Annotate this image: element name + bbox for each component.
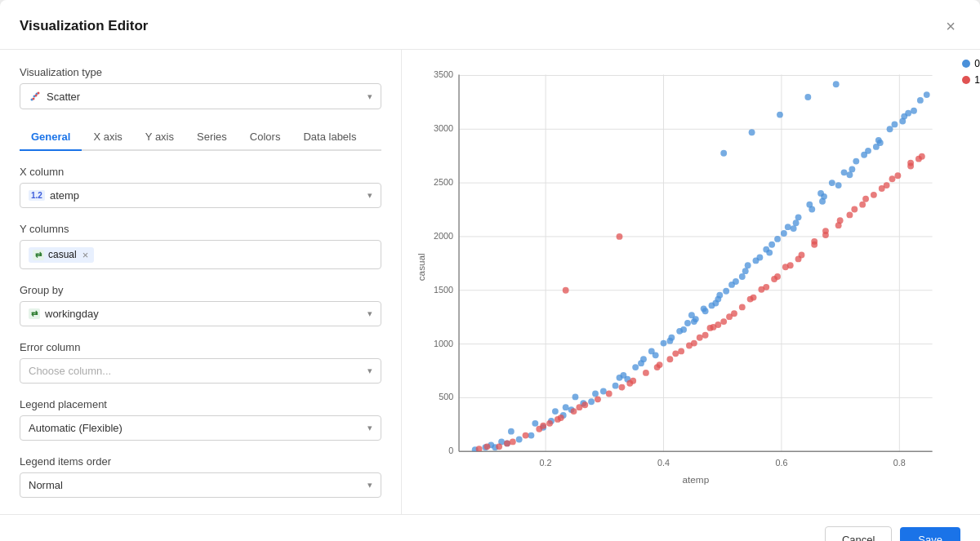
svg-point-185 bbox=[907, 160, 914, 166]
tab-colors[interactable]: Colors bbox=[238, 124, 292, 151]
save-button[interactable]: Save bbox=[900, 527, 960, 541]
visualization-type-select[interactable]: Scatter ▾ bbox=[20, 83, 381, 109]
svg-point-89 bbox=[532, 420, 538, 427]
svg-point-113 bbox=[849, 166, 855, 172]
svg-point-153 bbox=[847, 211, 853, 218]
red-points bbox=[476, 153, 925, 452]
y-columns-label: Y columns bbox=[20, 223, 381, 235]
svg-point-139 bbox=[678, 348, 684, 354]
svg-point-138 bbox=[666, 356, 673, 362]
error-column-field: Error column Choose column... ▾ bbox=[20, 341, 381, 384]
svg-point-81 bbox=[756, 255, 763, 261]
svg-point-114 bbox=[877, 140, 884, 146]
svg-point-82 bbox=[781, 230, 787, 237]
svg-point-123 bbox=[833, 81, 840, 87]
svg-point-132 bbox=[595, 396, 601, 402]
svg-point-85 bbox=[861, 152, 867, 158]
x-column-type-icon: 1.2 bbox=[29, 190, 45, 201]
svg-point-90 bbox=[563, 404, 569, 410]
svg-point-3 bbox=[33, 98, 35, 100]
x-column-label: X column bbox=[20, 166, 381, 178]
svg-point-119 bbox=[720, 150, 727, 157]
legend-item-0: 0 bbox=[962, 58, 980, 69]
svg-point-83 bbox=[808, 206, 815, 213]
legend-placement-label: Legend placement bbox=[20, 398, 381, 410]
svg-point-91 bbox=[592, 391, 599, 397]
svg-text:3000: 3000 bbox=[434, 123, 453, 133]
legend-items-order-chevron: ▾ bbox=[368, 480, 372, 490]
legend-items-order-label: Legend items order bbox=[20, 455, 381, 468]
svg-text:3500: 3500 bbox=[434, 69, 453, 79]
legend-items-order-value: Normal bbox=[29, 479, 63, 491]
svg-point-55 bbox=[723, 288, 729, 295]
svg-point-98 bbox=[766, 250, 773, 256]
svg-point-104 bbox=[924, 91, 930, 98]
tab-yaxis[interactable]: Y axis bbox=[134, 124, 185, 151]
svg-point-155 bbox=[871, 192, 877, 198]
close-button[interactable]: × bbox=[941, 16, 960, 36]
svg-point-80 bbox=[728, 282, 735, 288]
legend-label-0: 0 bbox=[974, 58, 980, 69]
group-by-select[interactable]: ⇄ workingday ▾ bbox=[20, 301, 381, 326]
visualization-editor-dialog: Visualization Editor × Visualization typ… bbox=[0, 0, 980, 541]
svg-point-154 bbox=[859, 202, 866, 208]
svg-point-175 bbox=[672, 350, 679, 357]
x-column-value: atemp bbox=[50, 189, 79, 202]
svg-point-131 bbox=[581, 401, 588, 408]
svg-point-111 bbox=[793, 220, 800, 226]
svg-point-84 bbox=[835, 182, 842, 188]
cancel-button[interactable]: Cancel bbox=[825, 526, 892, 541]
legend-placement-chevron: ▾ bbox=[368, 423, 372, 433]
tab-datalabels[interactable]: Data labels bbox=[292, 124, 368, 151]
legend-placement-select[interactable]: Automatic (Flexible) ▾ bbox=[20, 415, 381, 441]
svg-text:1500: 1500 bbox=[434, 285, 453, 295]
svg-point-95 bbox=[691, 318, 697, 325]
legend-placement-field: Legend placement Automatic (Flexible) ▾ bbox=[20, 398, 381, 441]
error-column-select[interactable]: Choose column... ▾ bbox=[20, 358, 381, 384]
tab-series[interactable]: Series bbox=[185, 124, 238, 151]
svg-point-141 bbox=[702, 332, 709, 339]
svg-point-87 bbox=[917, 97, 924, 104]
svg-point-36 bbox=[528, 432, 535, 439]
dialog-body: Visualization type bbox=[0, 50, 980, 514]
svg-point-108 bbox=[716, 292, 723, 299]
svg-point-133 bbox=[606, 391, 612, 397]
casual-tag-remove[interactable]: × bbox=[82, 249, 89, 261]
blue-points bbox=[472, 81, 930, 453]
dialog-header: Visualization Editor × bbox=[0, 0, 980, 50]
error-column-label: Error column bbox=[20, 341, 381, 353]
svg-point-44 bbox=[612, 383, 619, 389]
legend-items-order-select[interactable]: Normal ▾ bbox=[20, 472, 381, 498]
svg-point-92 bbox=[617, 375, 623, 381]
svg-point-180 bbox=[771, 276, 777, 282]
error-column-chevron: ▾ bbox=[368, 366, 372, 376]
tabs-bar: General X axis Y axis Series Colors Data… bbox=[20, 124, 381, 151]
svg-point-187 bbox=[483, 443, 490, 450]
svg-point-43 bbox=[600, 388, 607, 395]
svg-text:0.2: 0.2 bbox=[540, 458, 552, 468]
svg-point-179 bbox=[747, 296, 754, 303]
svg-point-106 bbox=[688, 312, 695, 318]
svg-text:0.8: 0.8 bbox=[893, 458, 906, 468]
svg-point-46 bbox=[632, 364, 639, 370]
svg-point-121 bbox=[777, 112, 783, 118]
svg-point-182 bbox=[822, 228, 829, 234]
svg-point-93 bbox=[638, 360, 644, 366]
left-panel: Visualization type bbox=[0, 50, 402, 514]
tab-general[interactable]: General bbox=[20, 124, 82, 151]
svg-point-61 bbox=[785, 224, 791, 230]
svg-point-120 bbox=[749, 129, 755, 135]
svg-point-79 bbox=[709, 302, 715, 308]
y-columns-input[interactable]: ⇄ casual × bbox=[20, 240, 381, 269]
scatter-chart-icon bbox=[29, 90, 42, 103]
x-column-select[interactable]: 1.2 atemp ▾ bbox=[20, 183, 381, 208]
svg-point-60 bbox=[774, 236, 781, 242]
svg-point-174 bbox=[915, 156, 922, 162]
svg-point-162 bbox=[576, 404, 582, 410]
visualization-type-label: Visualization type bbox=[20, 66, 381, 78]
svg-point-126 bbox=[523, 432, 529, 439]
svg-point-157 bbox=[894, 172, 901, 179]
svg-point-66 bbox=[841, 169, 848, 175]
tab-xaxis[interactable]: X axis bbox=[82, 124, 133, 151]
svg-point-35 bbox=[516, 437, 523, 443]
